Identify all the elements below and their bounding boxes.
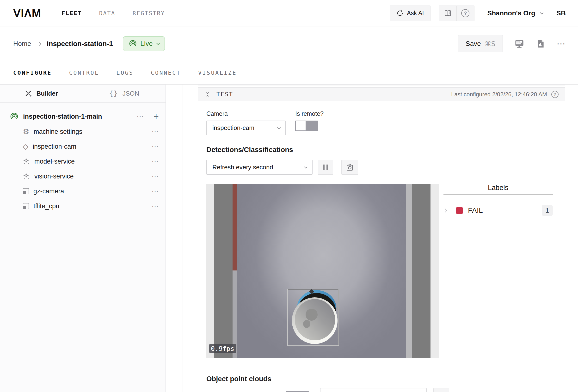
item-overflow-menu[interactable]: ⋯ — [151, 158, 159, 165]
test-panel-header: TEST Last configured 2/02/26, 12:46:20 A… — [198, 88, 565, 101]
point-clouds-input[interactable] — [320, 388, 427, 392]
item-overflow-menu[interactable]: ⋯ — [151, 202, 159, 210]
machine-header-row: Home inspection-station-1 Live Save ⌘S — [0, 26, 578, 61]
item-overflow-menu[interactable]: ⋯ — [151, 188, 159, 195]
add-component-button[interactable]: + — [153, 112, 159, 121]
tab-control[interactable]: CONTROL — [69, 70, 99, 76]
live-status-label: Live — [140, 40, 152, 48]
documentation-button[interactable] — [439, 6, 457, 21]
tab-configure[interactable]: CONFIGURE — [13, 70, 52, 76]
sparkles-service-icon — [23, 173, 30, 180]
nav-item-registry[interactable]: REGISTRY — [133, 10, 165, 16]
item-overflow-menu[interactable]: ⋯ — [151, 173, 159, 180]
tab-visualize[interactable]: VISUALIZE — [198, 70, 237, 76]
previous-card-edge — [198, 85, 565, 86]
detection-bounding-box — [287, 289, 339, 346]
machine-tab-bar: CONFIGURE CONTROL LOGS CONNECT VISUALIZE — [0, 61, 578, 85]
tree-item-tflite-cpu[interactable]: tflite_cpu ⋯ — [0, 199, 166, 213]
labels-panel: Labels FAIL 1 — [443, 184, 553, 216]
json-label: JSON — [123, 90, 139, 97]
breadcrumb-home-link[interactable]: Home — [13, 40, 31, 48]
chevron-down-icon — [304, 165, 307, 168]
camera-field: Camera inspection-cam — [206, 110, 286, 135]
chevron-down-icon — [156, 42, 160, 45]
top-nav-right: Ask AI ? Shannon's Org — [390, 5, 566, 21]
diamond-component-icon: ◇ — [23, 143, 28, 150]
point-clouds-toggle[interactable] — [286, 391, 309, 392]
viam-logo[interactable]: VIΛM — [13, 7, 41, 20]
object-point-clouds-controls — [206, 388, 557, 392]
label-row-fail[interactable]: FAIL 1 — [443, 205, 553, 216]
tree-item-model-service[interactable]: model-service ⋯ — [0, 154, 166, 169]
ask-ai-button[interactable]: Ask AI — [390, 5, 431, 21]
tree-item-gz-camera[interactable]: gz-camera ⋯ — [0, 184, 166, 199]
component-tree: inspection-station-1-main ⋯ + ⚙ machine … — [0, 102, 166, 213]
item-overflow-menu[interactable]: ⋯ — [151, 143, 159, 150]
save-label: Save — [466, 40, 481, 48]
cam-bg-strip — [412, 184, 431, 358]
tree-item-label: gz-camera — [33, 188, 64, 195]
builder-label: Builder — [36, 90, 58, 97]
live-status-badge[interactable]: Live — [123, 36, 165, 51]
docs-help-group: ? — [439, 5, 475, 21]
save-shortcut: ⌘S — [485, 40, 495, 48]
machine-header-actions: Save ⌘S — [458, 35, 566, 52]
point-clouds-button[interactable] — [434, 388, 449, 392]
detected-object-hole — [303, 320, 310, 328]
camera-capture-icon — [346, 163, 354, 172]
tree-item-inspection-cam[interactable]: ◇ inspection-cam ⋯ — [0, 139, 166, 154]
is-remote-toggle[interactable] — [295, 121, 318, 131]
configure-body: Builder {} JSON inspection — [0, 85, 578, 392]
book-icon — [444, 9, 452, 17]
part-overflow-menu[interactable]: ⋯ — [137, 113, 144, 120]
document-chart-icon — [536, 39, 545, 48]
user-avatar[interactable]: SB — [556, 9, 566, 17]
tab-logs[interactable]: LOGS — [116, 70, 134, 76]
machine-part-radar-icon — [10, 112, 18, 121]
json-braces-icon: {} — [109, 90, 118, 98]
json-mode-button[interactable]: {} JSON — [83, 85, 166, 102]
detections-heading: Detections/Classifications — [206, 146, 557, 154]
module-icon — [23, 203, 29, 209]
machine-report-button[interactable] — [536, 39, 545, 48]
camera-field-label: Camera — [206, 110, 286, 117]
builder-tools-icon — [25, 90, 32, 97]
machine-part-name: inspection-station-1-main — [23, 113, 102, 120]
machine-overflow-menu[interactable]: ⋯ — [557, 39, 566, 48]
help-icon[interactable]: ? — [551, 91, 559, 98]
scroll-divider — [183, 85, 183, 392]
collapse-icon[interactable] — [204, 91, 211, 98]
machine-monitor-button[interactable] — [514, 39, 525, 49]
help-button[interactable]: ? — [456, 6, 474, 21]
fps-indicator: 0.9fps — [209, 344, 236, 353]
expand-chevron-icon[interactable] — [443, 208, 447, 213]
capture-frame-button[interactable] — [341, 160, 358, 175]
tree-item-machine-settings[interactable]: ⚙ machine settings ⋯ — [0, 124, 166, 139]
tab-connect[interactable]: CONNECT — [151, 70, 181, 76]
ask-ai-label: Ask AI — [407, 10, 424, 17]
cam-bg-strip — [431, 184, 439, 358]
primary-nav: FLEET DATA REGISTRY — [61, 10, 165, 16]
nav-item-fleet[interactable]: FLEET — [61, 10, 82, 16]
tree-item-vision-service[interactable]: vision-service ⋯ — [0, 169, 166, 184]
nav-divider — [51, 7, 51, 19]
nav-item-data[interactable]: DATA — [99, 10, 115, 16]
tree-item-label: vision-service — [34, 173, 74, 180]
chevron-down-icon — [277, 126, 281, 129]
detected-object-face — [295, 299, 335, 340]
org-switcher[interactable]: Shannon's Org — [487, 9, 543, 17]
last-configured-text: Last configured 2/02/26, 12:46:20 AM — [451, 91, 547, 98]
machine-part-row[interactable]: inspection-station-1-main ⋯ + — [0, 109, 166, 124]
chevron-down-icon — [540, 11, 543, 14]
save-button[interactable]: Save ⌘S — [458, 35, 503, 52]
test-panel-title: TEST — [216, 91, 233, 98]
item-overflow-menu[interactable]: ⋯ — [151, 128, 159, 135]
top-nav: VIΛM FLEET DATA REGISTRY Ask AI — [0, 0, 578, 26]
sparkles-service-icon — [23, 158, 30, 165]
refresh-rate-select[interactable]: Refresh every second — [206, 160, 313, 175]
pause-stream-button[interactable] — [318, 160, 333, 175]
tree-item-label: machine settings — [34, 128, 82, 136]
cam-red-stripe — [233, 184, 237, 270]
camera-select[interactable]: inspection-cam — [206, 121, 286, 135]
builder-mode-button[interactable]: Builder — [0, 85, 83, 102]
